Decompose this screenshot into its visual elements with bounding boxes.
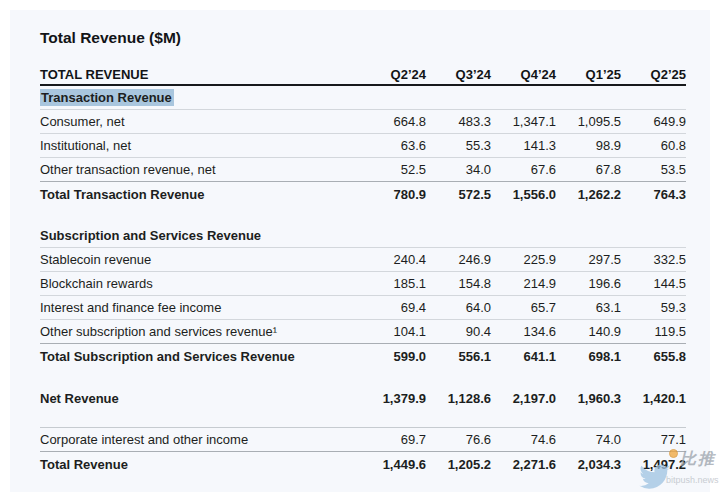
row-value-q4-24: 2,197.0 [491, 391, 556, 406]
row-label-text: Total Subscription and Services Revenue [40, 349, 295, 364]
row-value-q4-24: 214.9 [491, 276, 556, 291]
page-title: Total Revenue ($M) [40, 28, 686, 48]
row-value-q2-25: 77.1 [621, 432, 686, 447]
row-label: Corporate interest and other income [40, 432, 361, 447]
row-value-q4-24: 65.7 [491, 300, 556, 315]
row-label-text: Interest and finance fee income [40, 300, 221, 315]
column-header-q4-24: Q4’24 [491, 67, 556, 82]
row-value-q3-24: 556.1 [426, 349, 491, 364]
row-value-q2-25: 144.5 [621, 276, 686, 291]
row-value-q2-25: 53.5 [621, 162, 686, 177]
row-value-q2-25: 649.9 [621, 114, 686, 129]
table-row: Total Transaction Revenue 780.9 572.5 1,… [40, 182, 686, 206]
row-value-q3-24: 34.0 [426, 162, 491, 177]
table-row: Other transaction revenue, net 52.5 34.0… [40, 158, 686, 182]
row-label: Stablecoin revenue [40, 252, 361, 267]
row-label: Total Subscription and Services Revenue [40, 349, 361, 364]
column-header-q3-24: Q3’24 [426, 67, 491, 82]
section-spacer [40, 368, 686, 386]
row-value-q2-24: 240.4 [361, 252, 426, 267]
row-value-q3-24: 90.4 [426, 324, 491, 339]
row-value-q4-24: 1,556.0 [491, 187, 556, 202]
section-spacer [40, 206, 686, 224]
row-value-q1-25: 98.9 [556, 138, 621, 153]
row-value-q2-25: 1,420.1 [621, 391, 686, 406]
row-label: Interest and finance fee income [40, 300, 361, 315]
row-value-q4-24: 641.1 [491, 349, 556, 364]
row-value-q1-25: 1,095.5 [556, 114, 621, 129]
row-label: Total Revenue [40, 457, 361, 472]
row-value-q2-24: 599.0 [361, 349, 426, 364]
row-value-q3-24: 1,205.2 [426, 457, 491, 472]
row-value-q4-24: 74.6 [491, 432, 556, 447]
row-value-q2-24: 104.1 [361, 324, 426, 339]
row-value-q3-24: 55.3 [426, 138, 491, 153]
table-header-label: TOTAL REVENUE [40, 67, 361, 82]
column-header-q1-25: Q1’25 [556, 67, 621, 82]
row-value-q1-25: 297.5 [556, 252, 621, 267]
row-label: Other subscription and services revenue¹ [40, 324, 361, 339]
row-label: Total Transaction Revenue [40, 187, 361, 202]
row-label-text: Transaction Revenue [40, 89, 174, 106]
row-value-q1-25: 74.0 [556, 432, 621, 447]
table-row: Interest and finance fee income 69.4 64.… [40, 296, 686, 320]
row-value-q3-24: 64.0 [426, 300, 491, 315]
row-label: Institutional, net [40, 138, 361, 153]
row-label-text: Total Transaction Revenue [40, 187, 204, 202]
row-label: Transaction Revenue [40, 90, 361, 105]
row-label-text: Subscription and Services Revenue [40, 228, 261, 243]
row-value-q4-24: 134.6 [491, 324, 556, 339]
row-value-q2-24: 664.8 [361, 114, 426, 129]
section-spacer [40, 410, 686, 428]
row-value-q2-24: 69.4 [361, 300, 426, 315]
row-value-q4-24: 225.9 [491, 252, 556, 267]
row-label-text: Institutional, net [40, 138, 131, 153]
row-label-text: Other transaction revenue, net [40, 162, 216, 177]
row-label-text: Consumer, net [40, 114, 125, 129]
row-value-q3-24: 246.9 [426, 252, 491, 267]
row-label-text: Other subscription and services revenue¹ [40, 324, 277, 339]
row-label-text: Blockchain rewards [40, 276, 153, 291]
row-value-q2-25: 60.8 [621, 138, 686, 153]
row-value-q2-24: 63.6 [361, 138, 426, 153]
column-header-q2-25: Q2’25 [621, 67, 686, 82]
row-value-q3-24: 76.6 [426, 432, 491, 447]
row-value-q3-24: 572.5 [426, 187, 491, 202]
row-label-text: Stablecoin revenue [40, 252, 151, 267]
row-value-q1-25: 67.8 [556, 162, 621, 177]
table-row: Consumer, net 664.8 483.3 1,347.1 1,095.… [40, 110, 686, 134]
row-value-q1-25: 63.1 [556, 300, 621, 315]
table-row: Total Revenue 1,449.6 1,205.2 2,271.6 2,… [40, 452, 686, 476]
row-value-q3-24: 154.8 [426, 276, 491, 291]
table-row: Total Subscription and Services Revenue … [40, 344, 686, 368]
table-row: Institutional, net 63.6 55.3 141.3 98.9 … [40, 134, 686, 158]
row-value-q1-25: 140.9 [556, 324, 621, 339]
row-value-q3-24: 483.3 [426, 114, 491, 129]
table-row: Other subscription and services revenue¹… [40, 320, 686, 344]
financial-table-panel: Total Revenue ($M) TOTAL REVENUE Q2’24 Q… [10, 10, 710, 492]
row-value-q2-25: 332.5 [621, 252, 686, 267]
row-value-q3-24: 1,128.6 [426, 391, 491, 406]
table-header-row: TOTAL REVENUE Q2’24 Q3’24 Q4’24 Q1’25 Q2… [40, 64, 686, 86]
column-header-q2-24: Q2’24 [361, 67, 426, 82]
table-body: Transaction Revenue Consumer, net 664.8 … [40, 86, 686, 476]
table-row: Corporate interest and other income 69.7… [40, 428, 686, 452]
row-value-q2-24: 1,379.9 [361, 391, 426, 406]
row-value-q2-25: 119.5 [621, 324, 686, 339]
row-value-q1-25: 2,034.3 [556, 457, 621, 472]
row-value-q2-25: 655.8 [621, 349, 686, 364]
row-value-q2-25: 59.3 [621, 300, 686, 315]
row-value-q4-24: 2,271.6 [491, 457, 556, 472]
table-row: Net Revenue 1,379.9 1,128.6 2,197.0 1,96… [40, 386, 686, 410]
row-label: Consumer, net [40, 114, 361, 129]
row-value-q1-25: 1,960.3 [556, 391, 621, 406]
row-value-q2-24: 780.9 [361, 187, 426, 202]
row-value-q2-25: 1,497.2 [621, 457, 686, 472]
row-value-q4-24: 141.3 [491, 138, 556, 153]
row-value-q1-25: 698.1 [556, 349, 621, 364]
row-label: Subscription and Services Revenue [40, 228, 361, 243]
row-value-q1-25: 1,262.2 [556, 187, 621, 202]
row-label: Net Revenue [40, 391, 361, 406]
row-label-text: Total Revenue [40, 457, 128, 472]
table-row: Subscription and Services Revenue [40, 224, 686, 248]
